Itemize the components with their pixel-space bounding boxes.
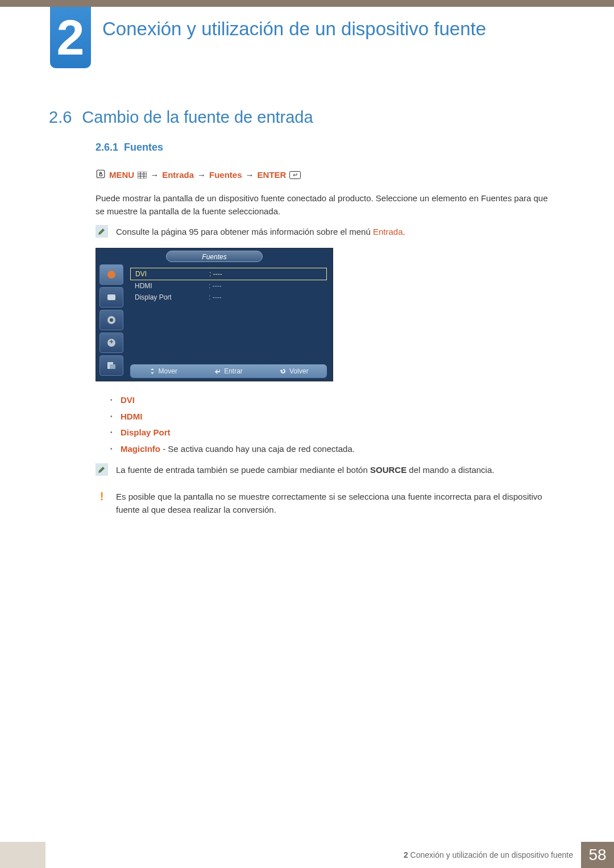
svg-point-7 (107, 271, 115, 279)
page-footer: 2 Conexión y utilización de un dispositi… (0, 842, 614, 868)
bullet-label: DVI (121, 395, 135, 405)
note-source-prefix: La fuente de entrada también se puede ca… (116, 465, 370, 475)
pencil-icon (96, 463, 108, 476)
footer-page-number: 58 (581, 842, 614, 868)
osd-sidebar-icon-2 (99, 287, 123, 308)
svg-point-10 (110, 318, 113, 322)
arrow-sep-1: → (150, 170, 159, 180)
osd-footer: Mover Entrar Volver (130, 364, 327, 378)
footer-left-block (0, 842, 45, 868)
section-number: 2.6 (49, 108, 72, 126)
nav-menu-label: MENU (109, 170, 134, 180)
bullet-magicinfo: MagicInfo - Se activa cuando hay una caj… (110, 441, 355, 458)
osd-row-value: : ---- (209, 293, 222, 301)
osd-sidebar-icon-5 (99, 355, 123, 376)
bullet-displayport: Display Port (110, 425, 355, 441)
chapter-badge: 2 (50, 7, 91, 68)
enter-small-icon (214, 368, 221, 375)
osd-source-list: DVI : ---- HDMI : ---- Display Port : --… (130, 268, 327, 303)
osd-footer-back: Volver (280, 367, 308, 375)
note-ref-prefix: Consulte la página 95 para obtener más i… (116, 227, 373, 236)
updown-icon (149, 368, 156, 375)
bullet-label: HDMI (121, 412, 142, 421)
arrow-sep-3: → (246, 170, 254, 180)
osd-footer-enter-label: Entrar (224, 367, 243, 375)
osd-row-label: Display Port (135, 293, 209, 301)
osd-row-dvi: DVI : ---- (130, 268, 327, 280)
nav-step-entrada: Entrada (162, 170, 194, 180)
warning-note: ! Es posible que la pantalla no se muest… (96, 490, 556, 517)
note-source-suffix: del mando a distancia. (406, 465, 494, 475)
section-heading: 2.6Cambio de la fuente de entrada (49, 108, 313, 127)
bullet-label: MagicInfo (121, 444, 160, 454)
note-ref-link: Entrada (373, 227, 403, 236)
osd-footer-move: Mover (149, 367, 177, 375)
subsection-heading: 2.6.1Fuentes (96, 142, 163, 153)
info-note-source: La fuente de entrada también se puede ca… (96, 463, 494, 476)
footer-chapter-num: 2 (404, 850, 408, 859)
menu-grid-icon (138, 172, 147, 178)
pencil-icon (96, 225, 108, 238)
info-note-reference: Consulte la página 95 para obtener más i… (96, 225, 405, 238)
chapter-title: Conexión y utilización de un dispositivo… (102, 17, 486, 40)
note-source-bold: SOURCE (370, 465, 406, 475)
subsection-number: 2.6.1 (96, 142, 118, 153)
warning-note-text: Es posible que la pantalla no se muestre… (116, 490, 556, 517)
osd-sidebar-icon-4 (99, 333, 123, 353)
chapter-number: 2 (57, 13, 85, 63)
info-note-source-text: La fuente de entrada también se puede ca… (116, 463, 494, 476)
enter-icon (289, 171, 301, 179)
osd-sidebar-icon-3 (99, 310, 123, 330)
nav-enter-label: ENTER (258, 170, 287, 180)
osd-row-label: DVI (135, 270, 209, 278)
return-icon (280, 368, 287, 375)
menu-navigation-path: MENU → Entrada → Fuentes → ENTER (96, 169, 301, 181)
osd-row-value: : ---- (209, 282, 222, 290)
footer-chapter-text: Conexión y utilización de un dispositivo… (410, 850, 573, 859)
warning-icon: ! (96, 490, 108, 502)
osd-sidebar (99, 264, 123, 378)
footer-label: 2 Conexión y utilización de un dispositi… (404, 850, 573, 859)
note-ref-suffix: . (403, 227, 405, 236)
intro-paragraph: Puede mostrar la pantalla de un disposit… (96, 192, 550, 218)
osd-sidebar-icon-source (99, 264, 123, 285)
svg-rect-13 (110, 364, 115, 369)
section-title: Cambio de la fuente de entrada (82, 108, 313, 126)
osd-row-hdmi: HDMI : ---- (130, 280, 327, 292)
osd-row-displayport: Display Port : ---- (130, 292, 327, 303)
nav-step-fuentes: Fuentes (209, 170, 242, 180)
bullet-hdmi: HDMI (110, 409, 355, 425)
osd-footer-move-label: Mover (159, 367, 177, 375)
svg-rect-8 (107, 294, 115, 300)
arrow-sep-2: → (197, 170, 206, 180)
source-bullet-list: DVI HDMI Display Port MagicInfo - Se act… (110, 392, 355, 457)
bullet-label: Display Port (121, 427, 171, 437)
top-accent-bar (0, 0, 614, 7)
osd-footer-enter: Entrar (214, 367, 243, 375)
bullet-dvi: DVI (110, 392, 355, 409)
osd-footer-back-label: Volver (289, 367, 308, 375)
osd-row-label: HDMI (135, 282, 209, 290)
subsection-title: Fuentes (124, 142, 163, 153)
hand-icon (96, 169, 106, 181)
svg-rect-1 (138, 172, 147, 178)
bullet-extra: - Se activa cuando hay una caja de red c… (160, 444, 355, 454)
info-note-text: Consulte la página 95 para obtener más i… (116, 225, 405, 238)
osd-row-value: : ---- (209, 270, 222, 278)
osd-title: Fuentes (166, 251, 263, 262)
osd-screenshot: Fuentes DVI : ---- HDMI : ---- Display P… (96, 248, 333, 381)
